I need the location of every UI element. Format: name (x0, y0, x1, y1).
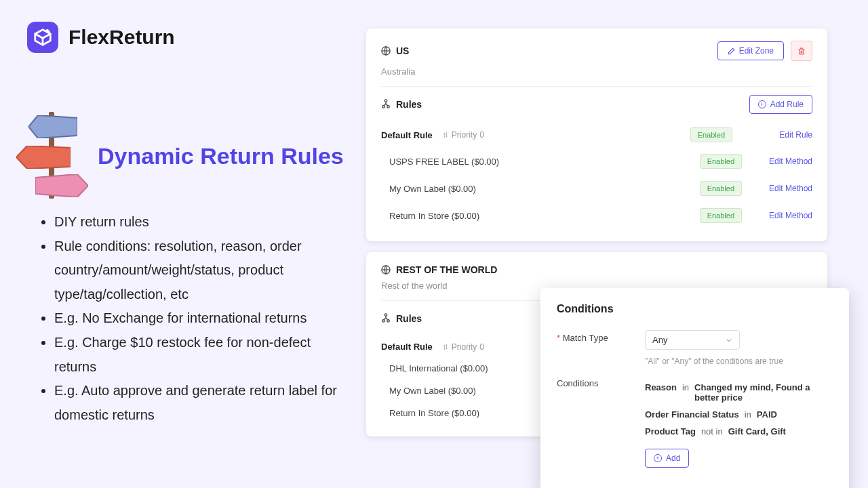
rules-icon (381, 99, 391, 110)
conditions-label: Conditions (557, 375, 645, 468)
svg-point-5 (382, 105, 385, 108)
globe-icon (381, 265, 391, 274)
hero: Dynamic Return Rules (16, 112, 344, 200)
match-type-label: Match Type (557, 330, 645, 366)
add-rule-button[interactable]: + Add Rule (749, 95, 812, 114)
method-label: USPS FREE LABEL ($0.00) (389, 157, 700, 167)
rules-label-text: Rules (396, 99, 422, 110)
hero-title: Dynamic Return Rules (98, 143, 344, 169)
chevron-down-icon (726, 337, 732, 344)
condition-operator: in (745, 409, 751, 420)
priority-value: 0 (479, 342, 484, 352)
condition-line: Order Financial Status in PAID (645, 409, 833, 420)
svg-point-6 (387, 105, 390, 108)
condition-operator: not in (701, 426, 723, 436)
default-rule-name: Default Rule (381, 130, 433, 140)
bullet-item: E.g. Auto approve and generate return la… (54, 379, 340, 427)
priority-prefix: Priority (452, 342, 477, 352)
edit-zone-button[interactable]: Edit Zone (717, 41, 784, 60)
method-row: My Own Label ($0.00) Enabled Edit Method (381, 175, 812, 202)
svg-point-9 (382, 319, 385, 322)
condition-field: Order Financial Status (645, 409, 739, 420)
pencil-icon (728, 47, 735, 55)
zone-panel-us: US Edit Zone Australia Rules + Add Rule (366, 28, 827, 241)
plus-circle-icon: + (758, 100, 766, 108)
zone-name-text: US (396, 45, 409, 56)
condition-field: Product Tag (645, 426, 696, 436)
add-condition-label: Add (666, 453, 680, 463)
bullet-item: E.g. Charge $10 restock fee for non-defe… (54, 331, 340, 379)
brand-logo-icon (27, 22, 58, 53)
add-condition-button[interactable]: + Add (645, 449, 689, 468)
edit-method-link[interactable]: Edit Method (765, 157, 812, 166)
condition-line: Reason in Changed my mind, Found a bette… (645, 382, 833, 403)
svg-marker-1 (16, 146, 71, 169)
sort-icon (442, 343, 449, 351)
match-type-help: "All" or "Any" of the conditions are tru… (645, 357, 833, 366)
method-label: Return In Store ($0.00) (389, 211, 700, 221)
match-type-value: Any (652, 335, 667, 345)
edit-zone-label: Edit Zone (739, 46, 774, 56)
condition-line: Product Tag not in Gift Card, Gift (645, 426, 833, 436)
method-row: Return In Store ($0.00) Enabled Edit Met… (381, 202, 812, 229)
enabled-badge: Enabled (690, 127, 732, 142)
conditions-title: Conditions (557, 303, 833, 315)
match-type-select[interactable]: Any (645, 330, 740, 350)
condition-field: Reason (645, 382, 677, 403)
brand: FlexReturn (27, 22, 175, 53)
brand-name: FlexReturn (68, 26, 175, 49)
bullet-item: Rule conditions: resolution, reason, ord… (54, 235, 340, 307)
bullet-item: E.g. No Exchange for international retur… (54, 306, 340, 331)
svg-marker-2 (35, 174, 88, 197)
globe-icon (381, 46, 391, 56)
trash-icon (797, 47, 806, 56)
svg-point-4 (384, 99, 387, 102)
delete-zone-button[interactable] (791, 41, 812, 61)
add-rule-label: Add Rule (770, 100, 804, 109)
edit-rule-link[interactable]: Edit Rule (765, 130, 812, 140)
rules-label-text: Rules (396, 313, 422, 324)
priority-indicator: Priority 0 (442, 342, 484, 352)
method-label: My Own Label ($0.00) (389, 184, 700, 194)
plus-circle-icon: + (654, 454, 662, 462)
priority-prefix: Priority (452, 130, 477, 140)
svg-marker-0 (28, 115, 77, 138)
bullet-item: DIY return rules (54, 210, 340, 235)
condition-value: PAID (757, 409, 777, 420)
sort-icon (442, 131, 449, 139)
feature-bullets: DIY return rules Rule conditions: resolu… (42, 210, 340, 427)
priority-value: 0 (479, 130, 484, 140)
zone-subtitle: Australia (381, 66, 812, 77)
enabled-badge: Enabled (700, 181, 742, 196)
signpost-arrows-illustration (16, 112, 77, 200)
edit-method-link[interactable]: Edit Method (765, 211, 812, 220)
rules-icon (381, 313, 391, 325)
default-rule-row: Default Rule Priority 0 Enabled Edit Rul… (381, 122, 812, 148)
condition-operator: in (682, 382, 689, 403)
zone-name-text: REST OF THE WORLD (396, 264, 497, 275)
svg-point-10 (387, 319, 390, 322)
enabled-badge: Enabled (700, 208, 742, 223)
enabled-badge: Enabled (700, 154, 742, 169)
condition-value: Gift Card, Gift (728, 426, 786, 436)
condition-value: Changed my mind, Found a better price (694, 382, 833, 403)
conditions-popup: Conditions Match Type Any "All" or "Any"… (540, 288, 849, 488)
svg-point-8 (384, 313, 387, 316)
edit-method-link[interactable]: Edit Method (765, 184, 812, 193)
priority-indicator: Priority 0 (442, 130, 484, 140)
method-row: USPS FREE LABEL ($0.00) Enabled Edit Met… (381, 148, 812, 175)
default-rule-name: Default Rule (381, 342, 433, 352)
